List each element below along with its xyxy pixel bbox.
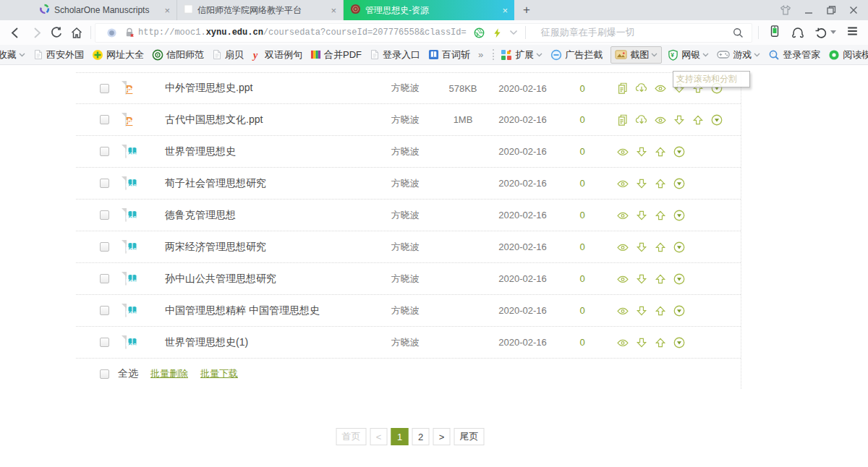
arrow-down-icon[interactable]: [635, 304, 648, 317]
file-name[interactable]: 孙中山公共管理思想研究: [156, 273, 373, 286]
site-info-icon[interactable]: [106, 27, 117, 38]
bookmark-item[interactable]: 游戏: [717, 48, 760, 61]
arrow-down-icon[interactable]: [635, 273, 648, 286]
bookmark-item[interactable]: 信阳师范: [152, 48, 204, 61]
refresh-button[interactable]: [46, 25, 67, 40]
bookmark-item[interactable]: ¥网银: [668, 48, 709, 61]
eye-icon[interactable]: [616, 145, 629, 158]
search-hotword-placeholder[interactable]: 征服勋章在手刷爆一切: [541, 26, 726, 39]
menu-icon[interactable]: [846, 25, 859, 40]
eye-icon[interactable]: [654, 113, 667, 127]
row-checkbox[interactable]: [100, 306, 109, 315]
page-button[interactable]: 1: [391, 428, 409, 445]
bookmark-item[interactable]: 网址大全: [92, 48, 144, 61]
arrow-down-icon[interactable]: [673, 113, 686, 127]
file-name[interactable]: 世界管理思想史: [156, 145, 373, 158]
file-name[interactable]: 古代中国思想文化.ppt: [156, 113, 373, 127]
eye-icon[interactable]: [616, 241, 629, 254]
file-name[interactable]: 世界管理思想史(1): [156, 336, 373, 349]
copy-icon[interactable]: [616, 113, 629, 127]
bookmark-item[interactable]: 登录入口: [370, 48, 420, 61]
arrow-down-icon[interactable]: [635, 145, 648, 158]
eye-icon[interactable]: [616, 177, 629, 190]
eye-icon[interactable]: [654, 82, 667, 95]
bookmark-item[interactable]: »: [478, 49, 483, 60]
browser-tab[interactable]: 管理思想史-资源×: [344, 0, 514, 20]
arrow-down-icon[interactable]: [635, 209, 648, 222]
circle-down-icon[interactable]: [710, 113, 723, 127]
batch-download-link[interactable]: 批量下载: [200, 367, 238, 380]
file-name[interactable]: 德鲁克管理思想: [156, 209, 373, 222]
page-button[interactable]: 2: [412, 428, 430, 445]
file-name[interactable]: 荀子社会管理思想研究: [156, 177, 373, 190]
copy-icon[interactable]: [616, 82, 629, 95]
arrow-up-icon[interactable]: [654, 273, 667, 286]
eye-icon[interactable]: [616, 273, 629, 286]
new-tab-button[interactable]: +: [514, 0, 539, 20]
file-name[interactable]: 中外管理思想史.ppt: [156, 82, 373, 95]
back-button[interactable]: [6, 25, 26, 40]
address-bar[interactable]: http://mooc1.xynu.edu.cn/coursedata?cour…: [95, 23, 752, 43]
circle-down-icon[interactable]: [673, 241, 686, 254]
circle-down-icon[interactable]: [673, 145, 686, 158]
row-checkbox[interactable]: [100, 84, 109, 93]
arrow-up-icon[interactable]: [654, 177, 667, 190]
tab-close-icon[interactable]: ×: [331, 6, 336, 15]
url-text[interactable]: http://mooc1.xynu.edu.cn/coursedata?cour…: [138, 27, 467, 38]
bookmark-item[interactable]: 合并PDF: [310, 48, 362, 61]
row-checkbox[interactable]: [100, 115, 109, 124]
row-checkbox[interactable]: [100, 179, 109, 188]
bookmark-item[interactable]: 阅读模式: [828, 48, 868, 61]
url-dropdown-chevron-icon[interactable]: [509, 30, 518, 35]
close-window-button[interactable]: [848, 4, 859, 16]
bookmark-item[interactable]: 收藏: [0, 48, 25, 61]
bookmark-item[interactable]: 登录管家: [768, 48, 820, 61]
row-checkbox[interactable]: [100, 242, 109, 252]
bookmark-item[interactable]: y双语例句: [252, 48, 302, 61]
circle-down-icon[interactable]: [673, 273, 686, 286]
row-checkbox[interactable]: [100, 210, 109, 220]
circle-down-icon[interactable]: [673, 177, 686, 190]
eye-icon[interactable]: [616, 336, 629, 349]
arrow-up-icon[interactable]: [692, 113, 705, 127]
row-checkbox[interactable]: [100, 338, 109, 347]
row-checkbox[interactable]: [100, 147, 109, 156]
select-all-checkbox[interactable]: [100, 369, 109, 379]
browser-skin-icon[interactable]: [779, 4, 792, 17]
row-checkbox[interactable]: [100, 274, 109, 283]
eye-icon[interactable]: [616, 209, 629, 222]
audio-listen-icon[interactable]: [791, 25, 805, 41]
tab-close-icon[interactable]: ×: [502, 6, 508, 15]
arrow-down-icon[interactable]: [635, 336, 648, 349]
home-button[interactable]: [67, 25, 87, 40]
arrow-up-icon[interactable]: [654, 336, 667, 349]
eye-icon[interactable]: [616, 304, 629, 317]
arrow-up-icon[interactable]: [654, 304, 667, 317]
bookmark-item[interactable]: 西安外国: [33, 48, 84, 61]
tab-close-icon[interactable]: ×: [164, 6, 170, 15]
search-icon[interactable]: [732, 27, 744, 39]
circle-down-icon[interactable]: [673, 209, 686, 222]
arrow-up-icon[interactable]: [654, 145, 667, 158]
circle-down-icon[interactable]: [673, 336, 686, 349]
browser-tab[interactable]: ScholarOne Manuscripts×: [33, 0, 177, 20]
forward-button[interactable]: [26, 25, 46, 40]
undo-restore-icon[interactable]: [814, 26, 836, 40]
browser-tab[interactable]: 信阳师范学院网络教学平台×: [177, 0, 344, 20]
restore-button[interactable]: [825, 4, 837, 16]
batch-delete-link[interactable]: 批量删除: [150, 367, 188, 380]
shutter-extension-icon[interactable]: [473, 27, 485, 39]
bookmark-item[interactable]: 截图: [610, 46, 662, 64]
cloud-download-icon[interactable]: [635, 113, 648, 127]
circle-down-icon[interactable]: [673, 304, 686, 317]
file-name[interactable]: 两宋经济管理思想研究: [156, 241, 373, 254]
arrow-up-icon[interactable]: [654, 209, 667, 222]
arrow-down-icon[interactable]: [635, 241, 648, 254]
bookmark-item[interactable]: 百词斩: [428, 48, 470, 61]
arrow-up-icon[interactable]: [654, 241, 667, 254]
send-to-phone-icon[interactable]: [768, 24, 781, 41]
page-button[interactable]: >: [433, 428, 451, 445]
page-button[interactable]: 尾页: [454, 428, 485, 445]
arrow-down-icon[interactable]: [635, 177, 648, 190]
bookmark-item[interactable]: 广告拦截: [550, 48, 603, 61]
